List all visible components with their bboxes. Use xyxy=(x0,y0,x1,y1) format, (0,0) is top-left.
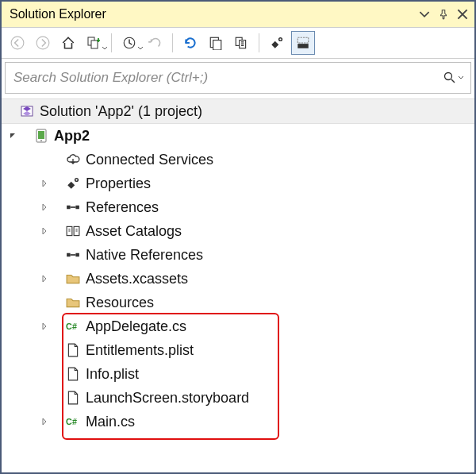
references-icon xyxy=(65,247,81,263)
tree: Solution 'App2' (1 project) App2 Connect… xyxy=(2,97,474,472)
preview-button[interactable] xyxy=(291,31,315,55)
search-bar[interactable] xyxy=(5,62,471,94)
panel-title: Solution Explorer xyxy=(6,7,413,21)
file-icon xyxy=(65,342,81,358)
references-icon xyxy=(65,199,81,215)
csharp-file-icon: C# xyxy=(65,318,81,334)
csharp-file-icon: C# xyxy=(65,414,81,430)
svg-rect-3 xyxy=(91,40,98,48)
svg-text:#: # xyxy=(72,322,77,332)
catalog-icon xyxy=(65,223,81,239)
svg-rect-16 xyxy=(38,131,44,139)
tree-item-assets-xcassets[interactable]: Assets.xcassets xyxy=(2,267,474,291)
svg-point-13 xyxy=(445,73,452,80)
pin-icon[interactable] xyxy=(436,7,451,21)
tree-item-native-references[interactable]: Native References xyxy=(2,243,474,267)
home-button[interactable] xyxy=(57,32,79,54)
tree-item-properties[interactable]: Properties xyxy=(2,171,474,195)
expander-closed-icon[interactable] xyxy=(38,272,51,285)
wrench-icon xyxy=(65,175,81,191)
solution-icon xyxy=(19,103,35,119)
svg-point-17 xyxy=(40,140,42,141)
project-label: App2 xyxy=(54,128,90,145)
svg-text:C: C xyxy=(66,322,72,332)
expander-closed-icon[interactable] xyxy=(38,201,51,214)
tree-label: AppDelegate.cs xyxy=(86,318,186,335)
tree-item-connected-services[interactable]: Connected Services xyxy=(2,148,474,171)
tree-label: Assets.xcassets xyxy=(86,271,188,287)
svg-text:#: # xyxy=(72,418,77,427)
svg-text:C: C xyxy=(66,418,72,427)
project-icon xyxy=(33,128,49,144)
show-all-files-button[interactable] xyxy=(230,32,252,54)
svg-point-0 xyxy=(11,37,24,49)
refresh-button[interactable] xyxy=(179,32,202,54)
svg-point-10 xyxy=(279,38,281,40)
solution-explorer-panel: Solution Explorer xyxy=(0,0,476,474)
close-icon[interactable] xyxy=(455,7,470,21)
svg-rect-6 xyxy=(213,40,221,50)
expander-closed-icon[interactable] xyxy=(38,320,51,333)
tree-label: Info.plist xyxy=(86,366,139,383)
expander-open-icon[interactable] xyxy=(6,129,19,142)
undo-button[interactable] xyxy=(144,32,166,54)
folder-icon xyxy=(65,271,81,287)
tree-label: LaunchScreen.storyboard xyxy=(86,390,249,407)
tree-item-asset-catalogs[interactable]: Asset Catalogs xyxy=(2,219,474,243)
titlebar: Solution Explorer xyxy=(2,2,474,28)
folder-icon xyxy=(65,295,81,310)
forward-button[interactable] xyxy=(32,32,54,54)
project-node[interactable]: App2 xyxy=(2,124,474,148)
tree-item-info[interactable]: Info.plist xyxy=(2,362,474,386)
tree-item-entitlements[interactable]: Entitlements.plist xyxy=(2,338,474,362)
separator xyxy=(111,33,112,52)
tree-label: Main.cs xyxy=(86,414,135,430)
tree-label: Resources xyxy=(86,295,154,311)
history-button[interactable] xyxy=(118,32,140,54)
expander-closed-icon[interactable] xyxy=(38,225,51,237)
tree-label: Asset Catalogs xyxy=(86,223,182,240)
tree-item-resources[interactable]: Resources xyxy=(2,291,474,314)
cloud-icon xyxy=(65,152,81,168)
svg-rect-11 xyxy=(298,44,309,48)
svg-rect-12 xyxy=(298,37,309,43)
solution-node[interactable]: Solution 'App2' (1 project) xyxy=(2,98,474,124)
tree-item-appdelegate[interactable]: C# AppDelegate.cs xyxy=(2,314,474,338)
sync-button[interactable] xyxy=(83,32,105,54)
separator xyxy=(172,33,173,52)
expander-closed-icon[interactable] xyxy=(38,415,51,428)
toolbar xyxy=(2,28,474,59)
tree-item-main[interactable]: C# Main.cs xyxy=(2,410,474,434)
tree-label: Properties xyxy=(86,175,151,192)
properties-button[interactable] xyxy=(266,32,288,54)
tree-label: Connected Services xyxy=(86,152,213,168)
file-icon xyxy=(65,366,81,382)
svg-rect-25 xyxy=(75,253,79,257)
svg-rect-21 xyxy=(75,206,79,210)
dropdown-icon[interactable] xyxy=(417,7,432,21)
svg-point-1 xyxy=(36,37,49,49)
tree-label: Native References xyxy=(86,247,203,264)
svg-point-19 xyxy=(75,179,77,180)
solution-label: Solution 'App2' (1 project) xyxy=(40,103,202,120)
svg-rect-20 xyxy=(67,206,71,210)
search-icon[interactable] xyxy=(443,71,464,84)
back-button[interactable] xyxy=(6,32,29,54)
expander-closed-icon[interactable] xyxy=(38,177,51,190)
search-input[interactable] xyxy=(12,69,443,87)
tree-item-references[interactable]: References xyxy=(2,195,474,219)
tree-label: Entitlements.plist xyxy=(86,342,194,359)
svg-rect-24 xyxy=(67,253,71,257)
tree-item-launchscreen[interactable]: LaunchScreen.storyboard xyxy=(2,386,474,410)
separator xyxy=(259,33,259,52)
tree-label: References xyxy=(86,199,159,216)
file-icon xyxy=(65,390,81,406)
collapse-all-button[interactable] xyxy=(205,32,227,54)
